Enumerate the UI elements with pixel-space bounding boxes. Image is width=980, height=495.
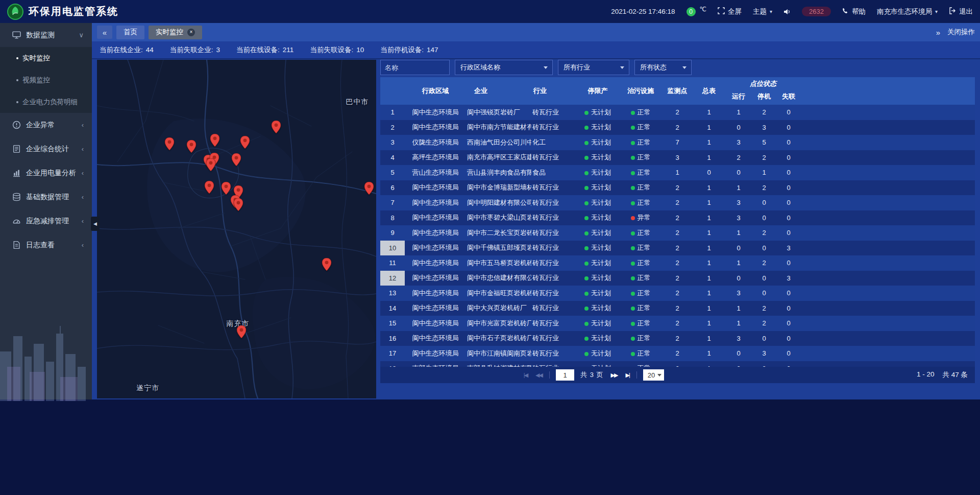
cell-stop: 0 (752, 195, 776, 210)
map-pin[interactable] (272, 121, 281, 133)
sidebar-item[interactable]: 企业综合统计‹ (0, 137, 92, 161)
cell-company: 阆中千佛镇五郎垭页岩 (466, 241, 531, 256)
sidebar-item[interactable]: 日志查看‹ (0, 233, 92, 257)
table-row[interactable]: 12阆中生态环境局阆中市忠信建材有限公砖瓦行业无计划正常21003 (380, 271, 975, 286)
sidebar-item[interactable]: 基础数据管理‹ (0, 185, 92, 209)
status-dot (584, 352, 589, 356)
org-dropdown[interactable]: 南充市生态环境局 ▾ (877, 7, 938, 16)
notification-count-badge[interactable]: 2632 (802, 7, 831, 16)
cell-points: 2 (662, 255, 693, 271)
fullscreen-button[interactable]: 全屏 (718, 7, 742, 16)
close-tab-icon[interactable]: × (187, 29, 195, 36)
table-row[interactable]: 5营山生态环境局营山县润丰肉食品有限食品无计划正常10010 (380, 165, 975, 180)
region-filter-select[interactable]: 行政区域名称 (455, 60, 553, 75)
tabs-scroll-right-button[interactable]: » (936, 28, 940, 37)
map-pin[interactable] (237, 325, 247, 338)
cell-lost: 0 (776, 316, 801, 331)
col-header-limit: 停限产 (576, 77, 619, 105)
sidebar-subitem[interactable]: 企业电力负荷明细 (0, 91, 92, 113)
table-row[interactable]: 15阆中生态环境局阆中市光富页岩机砖厂砖瓦行业无计划正常21120 (380, 316, 975, 331)
map-pin[interactable] (240, 136, 250, 149)
table-row[interactable]: 11阆中生态环境局阆中市五马桥页岩机砖砖瓦行业无计划正常21120 (380, 255, 975, 271)
map-pin[interactable] (234, 198, 243, 211)
page-size-select[interactable]: 20 (643, 369, 664, 381)
logout-button[interactable]: 退出 (949, 7, 973, 16)
map-pin[interactable] (187, 140, 197, 153)
status-dot (584, 322, 589, 326)
cell-points: 2 (662, 105, 693, 120)
table-row[interactable]: 8阆中生态环境局阆中市枣碧大梁山页岩砖瓦行业无计划异常21300 (380, 210, 975, 226)
cell-meters: 1 (693, 241, 725, 256)
table-row[interactable]: 13阆中生态环境局阆中市金福旺页岩机砖砖瓦行业无计划正常21300 (380, 286, 975, 301)
cell-company: 阆中市二龙长宝页岩砖 (466, 225, 531, 241)
name-filter-input[interactable] (380, 60, 450, 75)
first-page-button[interactable]: |◀ (523, 372, 528, 379)
sidebar-item[interactable]: 企业用电量分析‹ (0, 161, 92, 185)
help-button[interactable]: 帮助 (842, 7, 866, 16)
table-row[interactable]: 10阆中生态环境局阆中千佛镇五郎垭页岩砖瓦行业无计划正常21003 (380, 241, 975, 256)
app-title: 环保用电监管系统 (29, 5, 118, 18)
cell-lost: 3 (776, 271, 801, 286)
status-filter-select[interactable]: 所有状态 (634, 60, 692, 75)
cell-points: 2 (662, 271, 693, 286)
cell-industry: 砖瓦行业 (531, 225, 576, 241)
map-pin[interactable] (232, 153, 241, 166)
status-dot (584, 337, 589, 341)
map-pin[interactable] (205, 181, 214, 194)
sidebar-subitem[interactable]: 视频监控 (0, 69, 92, 91)
map-pin[interactable] (210, 134, 220, 147)
chevron-down-icon (544, 66, 548, 69)
table-row[interactable]: 2阆中生态环境局阆中市南方节能建材有砖瓦行业无计划正常21030 (380, 120, 975, 135)
col-header-region: 行政区域 (405, 77, 466, 105)
map-pin[interactable] (165, 137, 175, 150)
last-page-button[interactable]: ▶| (624, 372, 630, 379)
status-dot (584, 141, 589, 145)
cell-region: 阆中生态环境局 (405, 301, 466, 316)
col-header-index (380, 77, 405, 105)
sidebar: 数据监测∨实时监控视频监控企业电力负荷明细企业异常‹企业综合统计‹企业用电量分析… (0, 23, 92, 399)
tabs-scroll-left-button[interactable]: « (97, 26, 112, 39)
table-row[interactable]: 9阆中生态环境局阆中市二龙长宝页岩砖砖瓦行业无计划正常21120 (380, 225, 975, 241)
cell-company: 阆中市南方节能建材有 (466, 120, 531, 135)
table-row[interactable]: 6阆中生态环境局阆中市金博瑞新型墙材砖瓦行业无计划正常21120 (380, 180, 975, 196)
cell-run: 1 (725, 255, 752, 271)
table-row[interactable]: 4高坪生态环境局南充市高坪区王家店建砖瓦行业无计划正常31220 (380, 150, 975, 166)
table-row[interactable]: 3仪陇生态环境局西南油气田分公司川中化工无计划正常71350 (380, 135, 975, 150)
status-dot (584, 262, 589, 266)
sidebar-item[interactable]: 数据监测∨ (0, 23, 92, 47)
industry-filter-select[interactable]: 所有行业 (558, 60, 629, 75)
cell-industry: 砖瓦行业 (531, 210, 576, 226)
database-icon (12, 193, 21, 201)
chevron-left-icon: ‹ (82, 145, 84, 153)
cell-meters: 1 (693, 331, 725, 346)
close-operations-button[interactable]: 关闭操作 (947, 28, 975, 37)
map-pin[interactable] (364, 182, 374, 195)
table-row[interactable]: 14阆中生态环境局阆中大兴页岩机砖厂砖瓦行业无计划正常21120 (380, 301, 975, 316)
map[interactable]: 巴中市南充市遂宁市 (97, 60, 376, 398)
page-number-input[interactable] (556, 369, 574, 381)
status-dot (631, 276, 635, 280)
next-page-button[interactable]: ▶▶ (610, 372, 619, 379)
map-pin[interactable] (322, 258, 332, 271)
sidebar-item[interactable]: 应急减排管理‹ (0, 209, 92, 233)
theme-dropdown[interactable]: 主题 ▾ (753, 7, 772, 16)
tab-home[interactable]: 首页 (116, 26, 144, 39)
speaker-icon[interactable] (783, 8, 791, 15)
cell-filler (801, 331, 975, 346)
table-row[interactable]: 17阆中生态环境局阆中市江南镇阆南页岩砖瓦行业无计划正常21030 (380, 346, 975, 361)
prev-page-button[interactable]: ◀◀ (534, 372, 543, 379)
cell-company: 阆中市光富页岩机砖厂 (466, 316, 531, 331)
cell-stop: 5 (752, 135, 776, 150)
cell-company: 阆中明阳建材有限公司 (466, 195, 531, 210)
sidebar-subitem[interactable]: 实时监控 (0, 47, 92, 69)
table-row[interactable]: 1阆中生态环境局阆中强锐页岩砖厂砖瓦行业无计划正常21120 (380, 105, 975, 120)
map-pin[interactable] (222, 182, 231, 195)
cell-filler (801, 135, 975, 150)
status-dot (584, 231, 589, 235)
table-row[interactable]: 7阆中生态环境局阆中明阳建材有限公司砖瓦行业无计划正常21300 (380, 195, 975, 210)
sidebar-collapse-button[interactable]: ◀ (91, 217, 100, 231)
tab-realtime-monitor[interactable]: 实时监控 × (149, 26, 202, 39)
map-pin[interactable] (206, 158, 216, 171)
sidebar-item[interactable]: 企业异常‹ (0, 113, 92, 137)
table-row[interactable]: 16阆中生态环境局阆中市石子页岩机砖厂砖瓦行业无计划正常21300 (380, 331, 975, 346)
